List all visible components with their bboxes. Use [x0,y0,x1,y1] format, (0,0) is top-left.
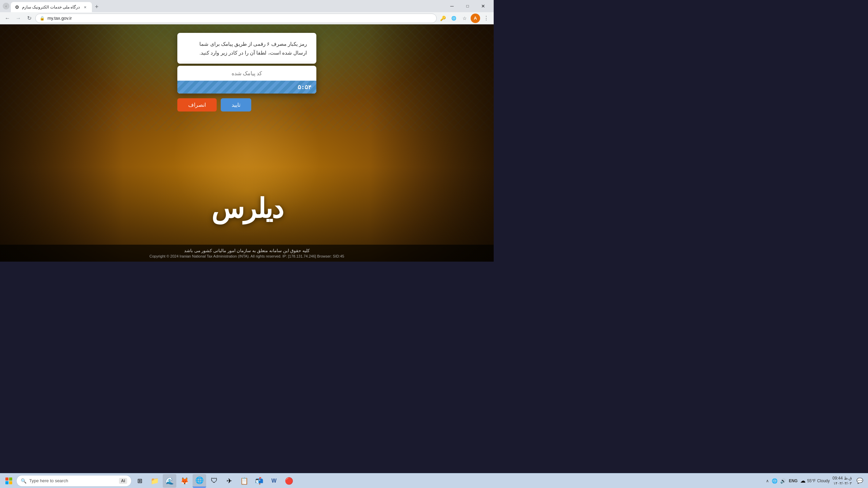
password-manager-btn[interactable]: 🔑 [438,14,448,23]
otp-message: رمز یکبار مصرف ۶ رقمی از طریق پیامک برای… [187,40,307,57]
confirm-btn[interactable]: تایید [221,98,251,111]
translate-btn[interactable]: 🌐 [449,14,458,23]
footer-line1: کلیه حقوق این سامانه متعلق به سازمان امو… [5,248,488,253]
url-text: my.tax.gov.ir [47,16,432,21]
otp-timer-text: ۵:۵۴ [298,84,312,90]
restore-btn[interactable]: □ [460,1,475,12]
bookmark-btn[interactable]: ☆ [460,14,469,23]
nav-bar: ← → ↻ 🔒 my.tax.gov.ir 🔑 🌐 ☆ A ⋮ [0,12,494,24]
new-tab-btn[interactable]: + [92,2,101,12]
user-avatar-btn[interactable]: A [471,14,480,23]
minimize-btn[interactable]: ─ [444,1,460,12]
otp-timer-bar: ۵:۵۴ [177,81,316,94]
back-btn[interactable]: ← [3,14,12,23]
tab-close-btn[interactable]: ✕ [82,4,88,10]
browser-tab-active[interactable]: ⚙ درگاه ملی خدمات الکترونیک سازم ✕ [11,2,92,12]
message-box: رمز یکبار مصرف ۶ رقمی از طریق پیامک برای… [177,33,316,64]
lock-icon: 🔒 [40,16,45,21]
window-controls: ─ □ ✕ [444,1,491,12]
page-footer: کلیه حقوق این سامانه متعلق به سازمان امو… [0,245,494,262]
webpage-content: رمز یکبار مصرف ۶ رقمی از طریق پیامک برای… [0,24,494,262]
forward-btn[interactable]: → [14,14,23,23]
tab-prev-btn[interactable]: ‹ [3,3,9,9]
cancel-btn[interactable]: انصراف [177,98,217,111]
footer-line2: Copyright © 2024 Iranian National Tax Ad… [5,254,488,258]
logo-text: دیلرس [211,193,283,224]
dialog-buttons: تایید انصراف [177,98,316,111]
menu-btn[interactable]: ⋮ [481,14,491,23]
address-bar[interactable]: 🔒 my.tax.gov.ir [35,14,437,23]
otp-input-box: ۵:۵۴ [177,66,316,94]
reload-btn[interactable]: ↻ [24,14,34,23]
browser-window: ‹ ⚙ درگاه ملی خدمات الکترونیک سازم ✕ + ─… [0,0,494,24]
tab-title: درگاه ملی خدمات الکترونیک سازم [22,5,80,9]
close-btn[interactable]: ✕ [475,1,491,12]
title-bar: ‹ ⚙ درگاه ملی خدمات الکترونیک سازم ✕ + ─… [0,0,494,12]
dialog-overlay: رمز یکبار مصرف ۶ رقمی از طریق پیامک برای… [0,24,494,262]
site-logo: دیلرس [211,193,283,224]
tab-favicon: ⚙ [15,4,19,10]
otp-input[interactable] [183,68,311,79]
